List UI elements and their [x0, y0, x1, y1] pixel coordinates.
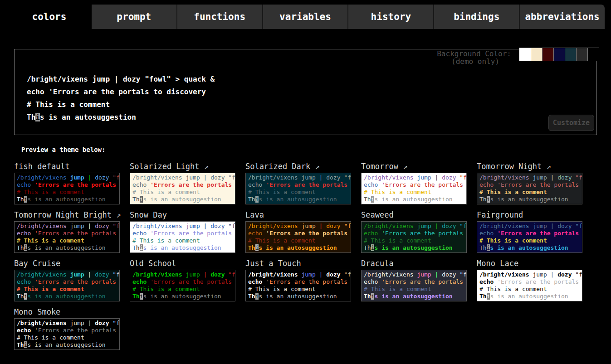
theme-name-just-a-touch[interactable]: Just a Touch — [245, 259, 351, 268]
theme-card-mono-smoke: Mono Smoke/bright/vixens jump | dozy "fo… — [14, 307, 120, 350]
sample-line-autosuggestion: This is an autosuggestion — [17, 244, 117, 252]
theme-card-just-a-touch: Just a Touch/bright/vixens jump | dozy "… — [245, 259, 351, 301]
theme-card-tomorrow: Tomorrow ↗/bright/vixens jump | dozy "fo… — [361, 162, 467, 204]
theme-name-mono-lace[interactable]: Mono Lace — [477, 259, 582, 268]
background-color-note: (demo only) — [437, 58, 499, 65]
theme-name-seaweed[interactable]: Seaweed — [361, 210, 467, 220]
background-swatch-charcoal[interactable] — [576, 48, 587, 61]
theme-sample-tomorrow-night-bright[interactable]: /bright/vixens jump | dozy "fowl" > quac… — [14, 221, 120, 253]
sample-line-command: /bright/vixens jump | dozy "fowl" > quac… — [248, 174, 348, 181]
tab-history[interactable]: history — [347, 5, 433, 29]
theme-sample-lava[interactable]: /bright/vixens jump | dozy "fowl" > quac… — [245, 221, 351, 253]
background-swatch-navy[interactable] — [553, 48, 565, 61]
sample-line-echo: echo 'Errors are the portals to discover… — [364, 181, 464, 189]
theme-grid: fish default/bright/vixens jump | dozy "… — [14, 162, 582, 350]
theme-sample-old-school[interactable]: /bright/vixens jump | dozy "fowl" > quac… — [130, 270, 235, 301]
sample-line-echo: echo 'Errors are the portals to discover… — [132, 278, 233, 286]
background-swatch-white[interactable] — [519, 48, 531, 61]
tab-colors[interactable]: colors — [7, 3, 92, 31]
theme-sample-fairground[interactable]: /bright/vixens jump | dozy "fowl" > quac… — [477, 221, 582, 253]
theme-sample-seaweed[interactable]: /bright/vixens jump | dozy "fowl" > quac… — [361, 221, 467, 253]
background-swatch-black[interactable] — [587, 48, 599, 61]
theme-name-mono-smoke[interactable]: Mono Smoke — [14, 307, 120, 317]
theme-sample-dracula[interactable]: /bright/vixens jump | dozy "fowl" > quac… — [361, 270, 467, 301]
sample-line-autosuggestion: This is an autosuggestion — [132, 293, 233, 300]
theme-sample-fish-default[interactable]: /bright/vixens jump | dozy "fowl" > quac… — [14, 173, 120, 204]
sample-line-comment: # This is a comment — [479, 286, 580, 293]
sample-line-echo: echo 'Errors are the portals to discover… — [248, 181, 348, 189]
sample-line-echo: echo 'Errors are the portals to discover… — [132, 181, 233, 189]
theme-sample-mono-lace[interactable]: /bright/vixens jump | dozy "fowl" > quac… — [477, 270, 582, 301]
background-swatch-cream[interactable] — [531, 48, 542, 61]
theme-card-tomorrow-night: Tomorrow Night ↗/bright/vixens jump | do… — [477, 162, 582, 204]
sample-line-echo: echo 'Errors are the portals to discover… — [17, 278, 117, 286]
theme-name-solarized-dark[interactable]: Solarized Dark ↗ — [245, 162, 351, 171]
external-link-icon: ↗ — [200, 162, 209, 171]
theme-sample-snow-day[interactable]: /bright/vixens jump | dozy "fowl" > quac… — [130, 221, 235, 253]
block-cursor: i — [35, 113, 40, 121]
sample-line-command: /bright/vixens jump | dozy "fowl" > quac… — [479, 174, 580, 181]
theme-name-fish-default[interactable]: fish default — [14, 162, 120, 171]
sample-line-comment: # This is a comment — [17, 189, 117, 196]
theme-name-old-school[interactable]: Old School — [130, 259, 235, 268]
sample-line-command: /bright/vixens jump | dozy "fowl" > quac… — [17, 174, 117, 181]
theme-sample-tomorrow-night[interactable]: /bright/vixens jump | dozy "fowl" > quac… — [477, 173, 582, 204]
sample-line-autosuggestion: This is an autosuggestion — [364, 196, 464, 203]
sample-line-echo: echo 'Errors are the portals to discover… — [17, 181, 117, 189]
sample-line-comment: # This is a comment — [132, 237, 233, 244]
theme-card-mono-lace: Mono Lace/bright/vixens jump | dozy "fow… — [477, 259, 582, 301]
background-swatch-dark-red[interactable] — [542, 48, 553, 61]
sample-line-comment: # This is a comment — [17, 334, 117, 341]
tab-variables[interactable]: variables — [262, 5, 348, 29]
theme-name-solarized-light[interactable]: Solarized Light ↗ — [130, 162, 235, 171]
theme-name-bay-cruise[interactable]: Bay Cruise — [14, 259, 120, 268]
theme-sample-bay-cruise[interactable]: /bright/vixens jump | dozy "fowl" > quac… — [14, 270, 120, 301]
theme-card-snow-day: Snow Day/bright/vixens jump | dozy "fowl… — [130, 210, 235, 253]
sample-line-echo: echo 'Errors are the portals to discover… — [248, 230, 348, 237]
sample-line-echo: echo 'Errors are the portals to discover… — [17, 230, 117, 237]
tab-bar: colorspromptfunctionsvariableshistorybin… — [7, 5, 605, 29]
customize-button[interactable]: Customize — [548, 115, 594, 131]
sample-line-comment: # This is a comment — [17, 237, 117, 244]
sample-line-echo: echo 'Errors are the portals to discover… — [364, 230, 464, 237]
theme-name-tomorrow-night[interactable]: Tomorrow Night ↗ — [477, 162, 582, 171]
tab-prompt[interactable]: prompt — [92, 5, 176, 29]
theme-card-old-school: Old School/bright/vixens jump | dozy "fo… — [130, 259, 235, 301]
sample-line-autosuggestion: This is an autosuggestion — [17, 293, 117, 300]
theme-sample-mono-smoke[interactable]: /bright/vixens jump | dozy "fowl" > quac… — [14, 318, 120, 350]
sample-line-comment: # This is a comment — [132, 286, 233, 293]
background-swatch-teal[interactable] — [565, 48, 576, 61]
sample-line-autosuggestion: This is an autosuggestion — [132, 196, 233, 203]
theme-card-seaweed: Seaweed/bright/vixens jump | dozy "fowl"… — [361, 210, 467, 253]
sample-line-comment: # This is a comment — [364, 286, 464, 293]
theme-name-snow-day[interactable]: Snow Day — [130, 210, 235, 220]
sample-line-command: /bright/vixens jump | dozy "fowl" > quac… — [132, 174, 233, 181]
external-link-icon: ↗ — [398, 162, 407, 171]
sample-line-autosuggestion: This is an autosuggestion — [248, 244, 348, 252]
theme-sample-solarized-light[interactable]: /bright/vixens jump | dozy "fowl" > quac… — [130, 173, 235, 204]
sample-line-comment: # This is a comment — [479, 189, 580, 196]
theme-sample-just-a-touch[interactable]: /bright/vixens jump | dozy "fowl" > quac… — [245, 270, 351, 301]
theme-name-lava[interactable]: Lava — [245, 210, 351, 220]
theme-name-tomorrow-night-bright[interactable]: Tomorrow Night Bright ↗ — [14, 210, 120, 220]
tab-functions[interactable]: functions — [176, 5, 262, 29]
sample-line-autosuggestion: This is an autosuggestion — [479, 244, 580, 252]
tab-abbreviations[interactable]: abbreviations — [519, 5, 605, 29]
background-color-label-text: Background Color: — [437, 50, 511, 58]
sample-line-autosuggestion: This is an autosuggestion — [364, 293, 464, 300]
external-link-icon: ↗ — [112, 210, 121, 219]
sample-line-echo: echo 'Errors are the portals to discover… — [479, 230, 580, 237]
theme-sample-tomorrow[interactable]: /bright/vixens jump | dozy "fowl" > quac… — [361, 173, 467, 204]
sample-line-echo: echo 'Errors are the portals to discover… — [479, 278, 580, 286]
tab-bindings[interactable]: bindings — [433, 5, 519, 29]
theme-name-fairground[interactable]: Fairground — [477, 210, 582, 220]
sample-line-echo: echo 'Errors are the portals to discover… — [479, 181, 580, 189]
sample-line-command: /bright/vixens jump | dozy "fowl" > quac… — [132, 223, 233, 230]
theme-name-dracula[interactable]: Dracula — [361, 259, 467, 268]
sample-line-autosuggestion: This is an autosuggestion — [479, 196, 580, 203]
theme-sample-solarized-dark[interactable]: /bright/vixens jump | dozy "fowl" > quac… — [245, 173, 351, 204]
external-link-icon: ↗ — [542, 162, 551, 171]
theme-name-tomorrow[interactable]: Tomorrow ↗ — [361, 162, 467, 171]
background-swatch-strip — [519, 48, 599, 61]
sample-line-command: /bright/vixens jump | dozy "fowl" > quac… — [17, 320, 117, 327]
